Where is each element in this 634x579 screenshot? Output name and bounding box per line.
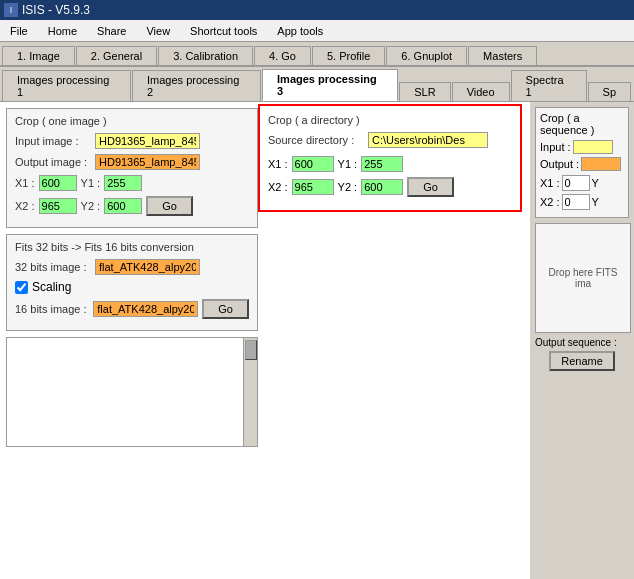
source-dir-row: Source directory : xyxy=(268,132,512,148)
input-image-field[interactable] xyxy=(95,133,200,149)
x1-input-dir[interactable] xyxy=(292,156,334,172)
source-dir-input[interactable] xyxy=(368,132,488,148)
right-output-label: Output : xyxy=(540,158,579,170)
y2-input-dir[interactable] xyxy=(361,179,403,195)
crop-directory-title: Crop ( a directory ) xyxy=(268,114,512,126)
source-dir-label: Source directory : xyxy=(268,134,368,146)
menu-view[interactable]: View xyxy=(140,23,176,39)
tab-images-processing-1[interactable]: Images processing 1 xyxy=(2,70,131,101)
rename-button[interactable]: Rename xyxy=(549,351,615,371)
menu-file[interactable]: File xyxy=(4,23,34,39)
fits-drop-zone[interactable]: Drop here FITS ima xyxy=(535,223,631,333)
tab-gnuplot[interactable]: 6. Gnuplot xyxy=(386,46,467,65)
tab-general[interactable]: 2. General xyxy=(76,46,157,65)
title-bar: I ISIS - V5.9.3 xyxy=(0,0,634,20)
y1-input-dir[interactable] xyxy=(361,156,403,172)
fits-go-button[interactable]: Go xyxy=(202,299,249,319)
y1-input-left[interactable] xyxy=(104,175,142,191)
tab-row-1: 1. Image 2. General 3. Calibration 4. Go… xyxy=(0,42,634,66)
tab-spectra-1[interactable]: Spectra 1 xyxy=(511,70,587,101)
output-sequence-label: Output sequence : xyxy=(535,337,629,348)
tab-profile[interactable]: 5. Profile xyxy=(312,46,385,65)
tab-calibration[interactable]: 3. Calibration xyxy=(158,46,253,65)
app-title: ISIS - V5.9.3 xyxy=(22,3,90,17)
menu-shortcut-tools[interactable]: Shortcut tools xyxy=(184,23,263,39)
x2-label-left: X2 : xyxy=(15,200,35,212)
input-image-label: Input image : xyxy=(15,135,95,147)
right-x1-input[interactable] xyxy=(562,175,590,191)
crop-one-go-button[interactable]: Go xyxy=(146,196,193,216)
right-output-field xyxy=(581,157,621,171)
app-icon: I xyxy=(4,3,18,17)
output-image-field[interactable] xyxy=(95,154,200,170)
tab-masters[interactable]: Masters xyxy=(468,46,537,65)
crop-sequence-title: Crop ( a sequence ) xyxy=(540,112,624,136)
output-image-label: Output image : xyxy=(15,156,95,168)
tab-go[interactable]: 4. Go xyxy=(254,46,311,65)
output-image-row: Output image : xyxy=(15,154,249,170)
fits-conversion-section: Fits 32 bits -> Fits 16 bits conversion … xyxy=(6,234,258,331)
bits32-input[interactable] xyxy=(95,259,200,275)
right-input-field xyxy=(573,140,613,154)
bits32-row: 32 bits image : xyxy=(15,259,249,275)
tab-row-2: Images processing 1 Images processing 2 … xyxy=(0,66,634,102)
tab-images-processing-3[interactable]: Images processing 3 xyxy=(262,69,398,101)
tab-sp[interactable]: Sp xyxy=(588,82,631,101)
scaling-label: Scaling xyxy=(32,280,71,294)
x1-label-dir: X1 : xyxy=(268,158,288,170)
x2-input-dir[interactable] xyxy=(292,179,334,195)
scrollbar[interactable] xyxy=(243,338,257,446)
fits-title: Fits 32 bits -> Fits 16 bits conversion xyxy=(15,241,249,253)
crop-one-image-section: Crop ( one image ) Input image : Output … xyxy=(6,108,258,228)
scaling-row: Scaling xyxy=(15,280,249,294)
crop-dir-go-button[interactable]: Go xyxy=(407,177,454,197)
right-x2-input[interactable] xyxy=(562,194,590,210)
y2-label-dir: Y2 : xyxy=(338,181,358,193)
y1-label-dir: Y1 : xyxy=(338,158,358,170)
tab-images-processing-2[interactable]: Images processing 2 xyxy=(132,70,261,101)
crop-one-image-title: Crop ( one image ) xyxy=(15,115,249,127)
y2-label-left: Y2 : xyxy=(81,200,101,212)
x1-label-left: X1 : xyxy=(15,177,35,189)
y1-label-left: Y1 : xyxy=(81,177,101,189)
right-input-label: Input : xyxy=(540,141,571,153)
tab-video[interactable]: Video xyxy=(452,82,510,101)
x2-input-left[interactable] xyxy=(39,198,77,214)
scaling-checkbox[interactable] xyxy=(15,281,28,294)
menu-share[interactable]: Share xyxy=(91,23,132,39)
bits16-label: 16 bits image : xyxy=(15,303,89,315)
tab-slr[interactable]: SLR xyxy=(399,82,450,101)
crop-sequence-section: Crop ( a sequence ) Input : Output : X1 … xyxy=(535,107,629,218)
crop-directory-panel: Crop ( a directory ) Source directory : … xyxy=(258,104,522,212)
right-x1-label: X1 : xyxy=(540,177,560,189)
bits16-input[interactable] xyxy=(93,301,198,317)
x1-input-left[interactable] xyxy=(39,175,77,191)
x2-label-dir: X2 : xyxy=(268,181,288,193)
right-y-label: Y xyxy=(592,177,599,189)
input-image-row: Input image : xyxy=(15,133,249,149)
y2-input-left[interactable] xyxy=(104,198,142,214)
menu-app-tools[interactable]: App tools xyxy=(271,23,329,39)
bits32-label: 32 bits image : xyxy=(15,261,95,273)
right-y2-label: Y xyxy=(592,196,599,208)
tab-image[interactable]: 1. Image xyxy=(2,46,75,65)
right-panel: Crop ( a sequence ) Input : Output : X1 … xyxy=(530,102,634,579)
menu-home[interactable]: Home xyxy=(42,23,83,39)
menu-bar: File Home Share View Shortcut tools App … xyxy=(0,20,634,42)
right-x2-label: X2 : xyxy=(540,196,560,208)
